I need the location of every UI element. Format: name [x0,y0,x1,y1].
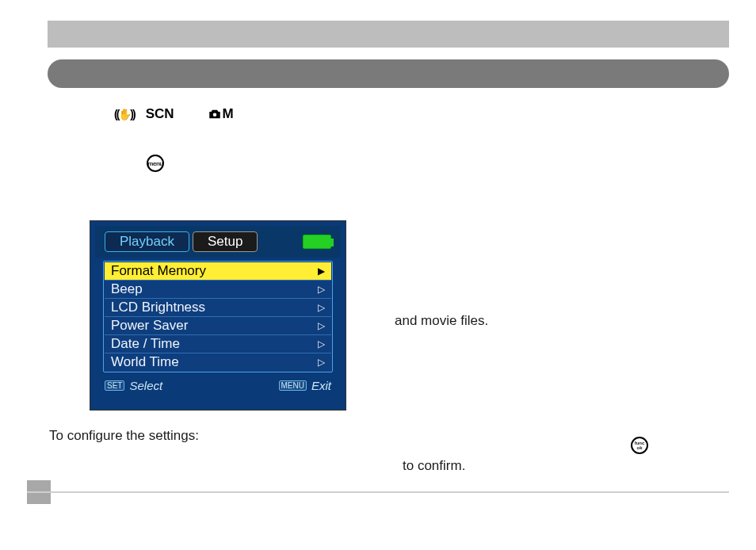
menu-key-hint: MENU [279,380,307,391]
mode-icons-row: ((✋)) SCN M [103,106,256,122]
menu-item-world-time[interactable]: World Time▷ [105,353,331,371]
set-key-hint: SET [105,380,124,391]
menu-item-date-time[interactable]: Date / Time▷ [105,335,331,353]
anti-shake-icon: ((✋)) [114,108,135,120]
lcd-tab-row: Playback Setup [95,226,341,258]
menu-item-format-memory[interactable]: Format Memory▶ [105,262,331,281]
scn-mode-label: SCN [146,106,174,122]
setup-menu-list: Format Memory▶ Beep▷ LCD Brightness▷ Pow… [103,261,333,372]
chevron-right-icon: ▷ [318,302,325,313]
exit-label: Exit [311,379,331,392]
chevron-right-icon: ▶ [318,265,325,277]
menu-item-beep[interactable]: Beep▷ [105,281,331,299]
select-label: Select [129,379,162,392]
lcd-footer: SET Select MENU Exit [95,376,341,392]
battery-icon [303,235,331,249]
configure-settings-text: To configure the settings: [49,428,199,444]
chevron-right-icon: ▷ [318,357,325,368]
confirm-text: to confirm. [403,458,465,474]
camera-lcd-screenshot: Playback Setup Format Memory▶ Beep▷ LCD … [90,220,346,411]
menu-item-power-saver[interactable]: Power Saver▷ [105,317,331,335]
tab-setup[interactable]: Setup [193,231,258,252]
page-footer-rule [27,491,729,493]
movie-files-text: and movie files. [395,313,488,329]
menu-item-lcd-brightness[interactable]: LCD Brightness▷ [105,299,331,317]
chevron-right-icon: ▷ [318,338,325,349]
svg-point-1 [212,113,216,117]
chevron-right-icon: ▷ [318,320,325,331]
section-heading-bar [48,59,729,88]
func-ok-button-icon[interactable]: func ok [631,437,648,454]
filled-title-bar [48,21,729,48]
manual-mode-icon: M [208,106,234,122]
menu-button-icon[interactable]: menu [147,155,164,172]
chevron-right-icon: ▷ [318,284,325,295]
tab-playback[interactable]: Playback [105,231,189,252]
